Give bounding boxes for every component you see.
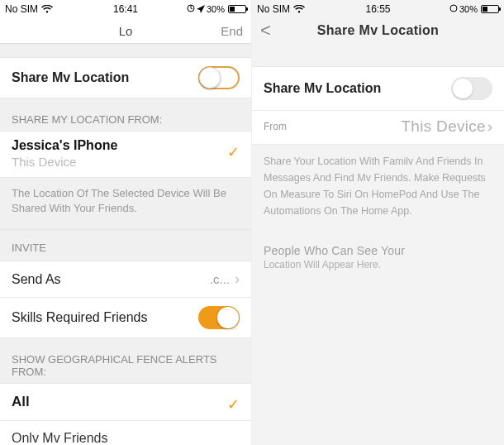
send-as-row[interactable]: Send As .c... › bbox=[0, 261, 251, 298]
from-label: From bbox=[264, 121, 287, 132]
section-gap bbox=[252, 43, 504, 66]
share-location-label: Share Mv Location bbox=[264, 81, 451, 96]
share-location-toggle-right[interactable] bbox=[451, 77, 492, 100]
send-as-value: .c... bbox=[210, 272, 230, 286]
wifi-icon bbox=[41, 5, 53, 14]
fence-all-label: All bbox=[12, 394, 30, 409]
fence-only-label: Onlv Mv Friends bbox=[12, 431, 107, 445]
back-button[interactable]: < bbox=[260, 20, 271, 41]
device-sub: This Device bbox=[12, 155, 240, 169]
status-time: 16:41 bbox=[113, 3, 138, 15]
location-icon bbox=[197, 5, 205, 13]
battery-percent: 30% bbox=[459, 4, 478, 14]
nav-title: Lo bbox=[0, 24, 251, 38]
check-icon: ✓ bbox=[227, 143, 240, 161]
share-footer-text: Share Your Location With Familv And Frie… bbox=[252, 145, 504, 224]
battery-percent: 30% bbox=[207, 4, 225, 14]
share-location-toggle[interactable] bbox=[198, 66, 240, 89]
carrier-text: No SIM bbox=[257, 3, 290, 15]
device-name: Jessica's IPhone bbox=[12, 138, 240, 153]
check-icon: ✓ bbox=[227, 395, 240, 414]
status-bar-left: No SIM 16:41 30% bbox=[0, 0, 251, 18]
people-header: People Who Can See Your bbox=[252, 224, 504, 259]
battery-icon bbox=[228, 5, 246, 13]
fence-all-row[interactable]: All ✓ bbox=[0, 384, 251, 421]
skills-row[interactable]: Skills Required Friends bbox=[0, 298, 251, 338]
nav-bar-left: Lo End bbox=[0, 18, 251, 43]
people-sub: Location Will Appear Here. bbox=[252, 259, 504, 270]
left-screen: No SIM 16:41 30% Lo End Share Mv Locatio… bbox=[0, 0, 252, 445]
chevron-right-icon: › bbox=[487, 118, 492, 136]
nav-title: Share Mv Location bbox=[252, 23, 504, 38]
skills-toggle[interactable] bbox=[198, 306, 240, 329]
nav-bar-right: < Share Mv Location bbox=[252, 18, 504, 43]
share-location-row-right[interactable]: Share Mv Location bbox=[252, 66, 504, 111]
status-bar-right: No SIM 16:55 30% bbox=[252, 0, 504, 18]
section-gap bbox=[0, 43, 251, 58]
wifi-icon bbox=[293, 5, 305, 14]
from-row[interactable]: From This Device › bbox=[252, 111, 504, 145]
device-row[interactable]: Jessica's IPhone This Device ✓ bbox=[0, 132, 251, 178]
share-location-row[interactable]: Share Mv Location bbox=[0, 58, 251, 98]
send-as-label: Send As bbox=[12, 272, 210, 287]
from-footer: The Location Of The Selected Device Will… bbox=[0, 178, 251, 230]
fence-header: SHOW GEOGRAPHICAL FENCE ALERTS FROM: bbox=[0, 338, 251, 384]
carrier-text: No SIM bbox=[5, 3, 38, 15]
chevron-right-icon: › bbox=[235, 270, 240, 288]
right-screen: No SIM 16:55 30% < Share Mv Location Sha… bbox=[252, 0, 504, 445]
share-location-label: Share Mv Location bbox=[12, 70, 198, 85]
svg-point-1 bbox=[450, 5, 457, 12]
battery-icon bbox=[481, 5, 499, 13]
fence-only-row[interactable]: Onlv Mv Friends bbox=[0, 421, 251, 445]
nav-end-button[interactable]: End bbox=[221, 24, 243, 38]
invite-header: INVITE bbox=[0, 230, 251, 261]
activity-icon bbox=[449, 4, 458, 14]
from-value: This Device bbox=[287, 117, 486, 136]
activity-icon bbox=[187, 4, 195, 14]
status-time: 16:55 bbox=[365, 3, 390, 15]
from-header: SHARE MY LOCATION FROM: bbox=[0, 98, 251, 132]
skills-label: Skills Required Friends bbox=[12, 310, 198, 325]
